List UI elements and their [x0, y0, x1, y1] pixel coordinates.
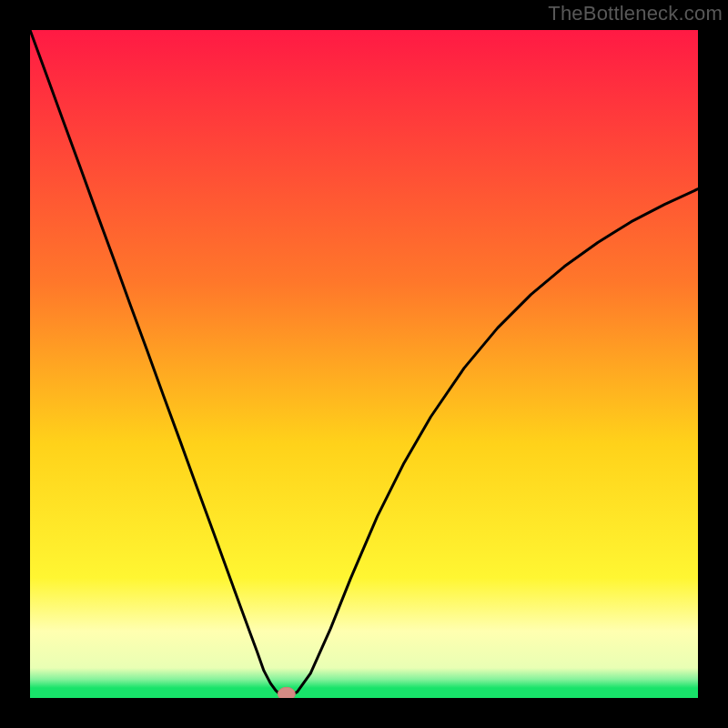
gradient-background	[30, 30, 698, 698]
watermark-text: TheBottleneck.com	[548, 2, 723, 25]
chart-outer-frame: TheBottleneck.com	[0, 0, 728, 728]
plot-area	[30, 30, 698, 698]
bottleneck-chart	[30, 30, 698, 698]
optimal-point-marker	[278, 687, 295, 698]
